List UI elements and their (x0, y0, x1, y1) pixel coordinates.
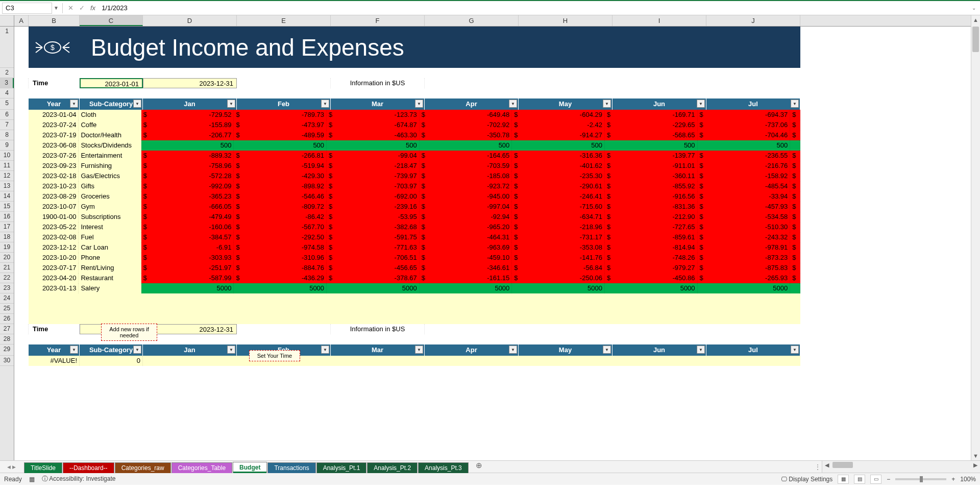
vertical-scrollbar[interactable]: ▲ ▼ (971, 15, 980, 460)
table-row[interactable]: 2023-07-24Coffe$-155.89$-473.97$-674.87$… (14, 120, 800, 130)
row-header-22[interactable]: 22 (0, 273, 14, 283)
filter-icon[interactable]: ▼ (791, 100, 799, 108)
th2-jan[interactable]: Jan▼ (143, 344, 237, 356)
th-apr[interactable]: Apr▼ (425, 98, 519, 110)
col-header-H[interactable]: H (519, 15, 612, 26)
th-jul[interactable]: Jul▼ (706, 98, 800, 110)
th-mar[interactable]: Mar▼ (331, 98, 425, 110)
cell-subcategory[interactable]: Gym (79, 202, 141, 212)
cell-value[interactable]: $-206.77 (141, 130, 234, 140)
table-row[interactable]: 2023-07-19Doctor/Health$-206.77$-489.59$… (14, 130, 800, 140)
row-header-19[interactable]: 19 (0, 242, 14, 253)
cell-value[interactable]: $-923.72 (420, 181, 512, 191)
cell-value[interactable]: $-737.06 (698, 120, 791, 130)
th-year[interactable]: Year▼ (29, 98, 80, 110)
table-row[interactable]: 2023-01-13Salery500050005000500050005000… (14, 283, 800, 293)
cell-value[interactable]: $-729.52 (141, 110, 234, 120)
col-header-A[interactable]: A (14, 15, 29, 26)
cell-value[interactable]: $-463.30 (327, 130, 420, 140)
sheet-tab-transactions[interactable]: Transactions (267, 462, 315, 473)
cell-subcategory[interactable]: Salery (79, 283, 141, 293)
cell-value[interactable]: $-568.65 (605, 130, 698, 140)
cell-value[interactable]: $-704.46 (698, 130, 791, 140)
zoom-slider[interactable] (895, 478, 946, 480)
cell-value[interactable]: $-889.32 (141, 151, 234, 161)
cell-value[interactable]: $-884.76 (234, 263, 327, 273)
cell-value[interactable]: $-457.93 (698, 202, 791, 212)
col-header-B[interactable]: B (29, 15, 80, 26)
cell-year[interactable]: 2023-06-08 (29, 140, 79, 151)
cell-value[interactable]: $-789.73 (234, 110, 327, 120)
th-jun[interactable]: Jun▼ (612, 98, 706, 110)
cell-value[interactable]: $-229.65 (605, 120, 698, 130)
macro-icon[interactable]: ▦ (29, 476, 35, 483)
filter-icon[interactable]: ▼ (321, 346, 329, 354)
cell-value[interactable]: $-235.30 (512, 171, 605, 181)
filter-icon[interactable]: ▼ (509, 100, 517, 108)
cell-value[interactable]: 500 (420, 140, 512, 151)
cell-subcategory[interactable]: Gifts (79, 181, 141, 191)
cell-value[interactable]: $-965.20 (420, 222, 512, 232)
cell-value[interactable]: $-510.30 (698, 222, 791, 232)
cell-year[interactable]: 2023-07-19 (29, 130, 79, 140)
cell-value[interactable]: $-86.42 (234, 212, 327, 222)
cell-value[interactable]: $-702.92 (420, 120, 512, 130)
cell-value[interactable]: $-185.08 (420, 171, 512, 181)
cell-value[interactable]: $-473.97 (234, 120, 327, 130)
scroll-down-icon[interactable]: ▼ (971, 451, 980, 460)
filter-icon[interactable]: ▼ (603, 100, 611, 108)
table-row[interactable]: 2023-08-29Groceries$-365.23$-546.46$-692… (14, 191, 800, 202)
cell-value[interactable]: $-546.46 (234, 191, 327, 202)
cell-value[interactable]: $-634.71 (512, 212, 605, 222)
row-header-30[interactable]: 30 (0, 356, 14, 366)
cell-value[interactable]: $-587.99 (141, 273, 234, 283)
cell-value[interactable]: $-218.47 (327, 161, 420, 171)
filter-icon[interactable]: ▼ (415, 100, 423, 108)
cell-value[interactable]: $-945.00 (420, 191, 512, 202)
th-jan[interactable]: Jan▼ (143, 98, 237, 110)
formula-input[interactable] (99, 3, 970, 14)
cell-value[interactable]: $-715.60 (512, 202, 605, 212)
time-to-input[interactable]: 2023-12-31 (143, 78, 237, 88)
filter-icon[interactable]: ▼ (133, 100, 141, 108)
cell-value[interactable]: $-292.50 (234, 232, 327, 242)
row-header-14[interactable]: 14 (0, 191, 14, 202)
cell-value[interactable]: $-727.65 (605, 222, 698, 232)
cell-year[interactable]: 2023-10-20 (29, 253, 79, 263)
cell-value[interactable]: 500 (605, 140, 698, 151)
row-header-8[interactable]: 8 (0, 130, 14, 140)
filter-icon[interactable]: ▼ (70, 346, 78, 354)
cell-value[interactable]: $-534.58 (698, 212, 791, 222)
cell-value[interactable]: $-831.36 (605, 202, 698, 212)
hscroll-thumb[interactable] (832, 462, 853, 468)
zoom-in-button[interactable]: + (951, 476, 955, 483)
cell-value[interactable]: 500 (141, 140, 234, 151)
cell-value[interactable]: $-489.59 (234, 130, 327, 140)
cell-year[interactable]: 2023-07-24 (29, 120, 79, 130)
cell-value[interactable]: $-674.87 (327, 120, 420, 130)
cell-value[interactable]: $-464.31 (420, 232, 512, 242)
th2-subcat[interactable]: Sub-Category▼ (80, 344, 143, 356)
cell-value[interactable]: $-360.11 (605, 171, 698, 181)
cell-value[interactable]: $-963.69 (420, 242, 512, 253)
sheet-tab-analysispt1[interactable]: Analysis_Pt.1 (316, 462, 367, 473)
cell-value[interactable]: $-567.70 (234, 222, 327, 232)
cell-year[interactable]: 2023-10-23 (29, 181, 79, 191)
name-box-dropdown[interactable]: ▼ (52, 5, 60, 11)
tab-nav[interactable]: ◀ ▶ (0, 461, 23, 473)
scroll-thumb[interactable] (972, 27, 979, 52)
cell-value[interactable]: $-350.78 (420, 130, 512, 140)
cell-value[interactable]: $-169.71 (605, 110, 698, 120)
cell-value[interactable]: $-401.62 (512, 161, 605, 171)
cell-value[interactable]: $-158.92 (698, 171, 791, 181)
cell-value[interactable]: $-703.97 (327, 181, 420, 191)
cell-value[interactable]: $-692.00 (327, 191, 420, 202)
cell-value[interactable]: $-979.27 (605, 263, 698, 273)
table-row[interactable]: 2023-07-17Rent/Living$-251.97$-884.76$-4… (14, 263, 800, 273)
table-row[interactable]: 2023-10-20Phone$-303.93$-310.96$-706.51$… (14, 253, 800, 263)
cell-value[interactable]: $-649.48 (420, 110, 512, 120)
table-row[interactable]: 2023-01-04Cloth$-729.52$-789.73$-123.73$… (14, 110, 800, 120)
cell-year[interactable]: 2023-09-23 (29, 161, 79, 171)
cell-value[interactable]: $-519.94 (234, 161, 327, 171)
row-header-10[interactable]: 10 (0, 151, 14, 161)
